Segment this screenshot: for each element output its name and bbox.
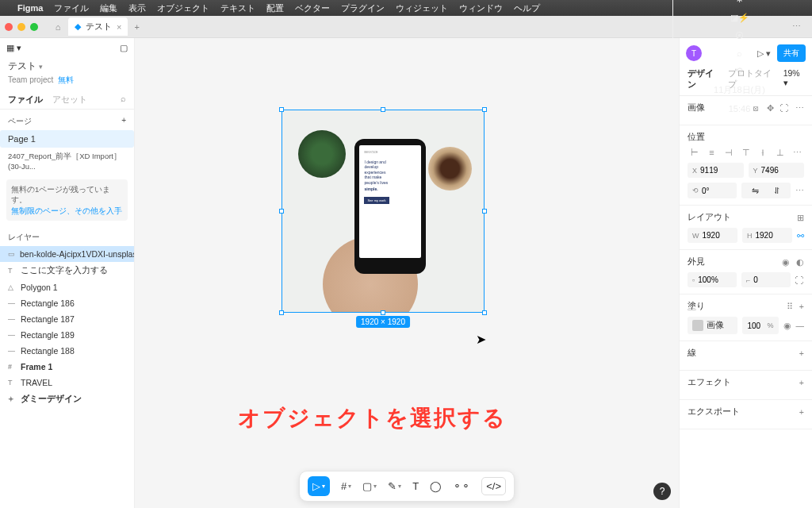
canvas[interactable]: BEN KOLDE I design and develop experienc… — [135, 38, 679, 508]
menu-window[interactable]: ウィンドウ — [459, 2, 503, 14]
panel-toggle-icon[interactable]: ▢ — [120, 43, 128, 53]
more-position-icon[interactable]: ⋯ — [795, 186, 804, 195]
file-tab[interactable]: ◆ テスト × — [68, 17, 128, 36]
fill-swatch[interactable] — [692, 320, 703, 331]
layer-item[interactable]: #Frame 1 — [0, 359, 134, 375]
more-icon[interactable]: ⋯ — [795, 103, 804, 113]
comment-tool[interactable]: ◯ — [430, 480, 442, 492]
zoom-level[interactable]: 19% ▾ — [783, 68, 804, 95]
layers-header: レイヤー — [8, 232, 40, 243]
file-tab-left[interactable]: ファイル — [8, 94, 43, 106]
pen-tool[interactable]: ✎▾ — [388, 480, 401, 492]
present-icon[interactable]: ▷ ▾ — [757, 48, 771, 58]
file-title[interactable]: テスト ▾ — [0, 58, 134, 75]
opacity-field[interactable]: ▫ — [688, 272, 737, 287]
home-tab[interactable]: ⌂ — [48, 22, 68, 32]
style-icon[interactable]: ⠿ — [787, 302, 793, 311]
menu-object[interactable]: オブジェクト — [157, 2, 209, 14]
page-item[interactable]: 2407_Report_前半［XD Import］(30-Ju... — [0, 148, 134, 175]
menu-text[interactable]: テキスト — [220, 2, 255, 14]
menu-file[interactable]: ファイル — [54, 2, 89, 14]
rotation-field[interactable]: ⟲ — [688, 183, 737, 198]
add-page-icon[interactable]: + — [121, 116, 126, 127]
prototype-tab[interactable]: プロトタイプ — [728, 68, 774, 95]
menu-help[interactable]: ヘルプ — [514, 2, 540, 14]
selected-image[interactable]: BEN KOLDE I design and develop experienc… — [282, 110, 484, 312]
add-stroke-icon[interactable]: + — [799, 348, 804, 358]
selection-box[interactable]: BEN KOLDE I design and develop experienc… — [282, 110, 485, 313]
menu-arrange[interactable]: 配置 — [266, 2, 284, 14]
width-field[interactable]: W — [688, 228, 737, 243]
align-vcenter-icon[interactable]: ⫲ — [756, 148, 770, 158]
new-tab-button[interactable]: + — [134, 22, 139, 32]
text-tool[interactable]: T — [412, 480, 419, 492]
blend-icon[interactable]: ◐ — [796, 257, 804, 267]
layer-item[interactable]: —Rectangle 189 — [0, 327, 134, 343]
bluetooth-tray-icon[interactable]: ∗ — [736, 0, 743, 5]
add-export-icon[interactable]: + — [799, 407, 804, 417]
fit-icon[interactable]: ⛶ — [780, 103, 789, 113]
align-more-icon[interactable]: ⋯ — [790, 148, 804, 158]
link-dims-icon[interactable]: ⚯ — [797, 231, 804, 241]
menu-vector[interactable]: ベクター — [295, 2, 330, 14]
radius-field[interactable]: ⌐ — [741, 272, 791, 287]
corners-icon[interactable]: ⛶ — [795, 275, 804, 285]
x-field[interactable]: X — [688, 163, 744, 178]
layer-item[interactable]: Tここに文字を入力する — [0, 262, 134, 279]
layer-item[interactable]: —Rectangle 187 — [0, 311, 134, 327]
layer-label: Rectangle 187 — [21, 314, 75, 324]
layer-item[interactable]: —Rectangle 188 — [0, 343, 134, 359]
align-left-icon[interactable]: ⊢ — [688, 148, 702, 158]
add-effect-icon[interactable]: + — [799, 378, 804, 387]
avatar[interactable]: T — [686, 45, 702, 61]
remove-fill-icon[interactable]: — — [796, 321, 805, 330]
visibility-icon[interactable]: ◉ — [782, 257, 790, 267]
move-tool[interactable]: ▷▾ — [308, 476, 330, 496]
crop-icon[interactable]: ⦻ — [752, 103, 760, 113]
align-top-icon[interactable]: ⊤ — [739, 148, 753, 158]
layer-item[interactable]: TTRAVEL — [0, 375, 134, 391]
window-controls[interactable] — [5, 23, 38, 31]
page-item[interactable]: Page 1 — [0, 130, 134, 148]
fill-type[interactable]: 画像 — [688, 317, 737, 334]
tabbar-overflow-icon[interactable]: ⋯ — [786, 21, 807, 32]
menu-view[interactable]: 表示 — [128, 2, 146, 14]
team-label[interactable]: Team project 無料 — [0, 75, 134, 90]
help-button[interactable]: ? — [653, 483, 671, 500]
menu-edit[interactable]: 編集 — [100, 2, 117, 14]
left-panel: ▦ ▾ ▢ テスト ▾ Team project 無料 ファイル アセット ⌕ … — [0, 38, 135, 508]
menu-plugin[interactable]: プラグイン — [341, 2, 385, 14]
add-fill-icon[interactable]: + — [799, 302, 804, 311]
dev-mode-tool[interactable]: </> — [481, 477, 506, 495]
fill-visibility-icon[interactable]: ◉ — [783, 321, 791, 330]
asset-tab-left[interactable]: アセット — [52, 94, 87, 106]
flip-field[interactable]: ⇋⥯ — [741, 183, 791, 198]
layer-type-icon: — — [8, 331, 16, 339]
layer-type-icon: — — [8, 299, 16, 307]
layer-item[interactable]: ▭ben-kolde-Ajcipx1VDXI-unsplash 1 — [0, 246, 134, 262]
align-right-icon[interactable]: ⊣ — [722, 148, 736, 158]
layer-item[interactable]: —Rectangle 186 — [0, 295, 134, 311]
position-section-header: 位置 — [688, 132, 705, 143]
target-icon[interactable]: ✥ — [767, 103, 774, 113]
y-field[interactable]: Y — [749, 163, 805, 178]
layer-item[interactable]: △Polygon 1 — [0, 279, 134, 295]
frame-tool[interactable]: #▾ — [341, 480, 351, 492]
search-icon[interactable]: ⌕ — [121, 94, 126, 106]
align-hcenter-icon[interactable]: ≡ — [705, 148, 719, 158]
align-bottom-icon[interactable]: ⊥ — [773, 148, 787, 158]
app-name[interactable]: Figma — [17, 3, 43, 13]
close-tab-icon[interactable]: × — [117, 22, 121, 32]
autolayout-icon[interactable]: ⊞ — [797, 213, 804, 222]
actions-tool[interactable]: ⚬⚬ — [453, 480, 470, 492]
menu-widget[interactable]: ウィジェット — [396, 2, 448, 14]
layer-item[interactable]: ✦ダミーデザイン — [0, 391, 134, 408]
battery-tray-icon[interactable]: ◪⚡ — [730, 13, 749, 23]
main-menu-icon[interactable]: ▦ ▾ — [6, 43, 21, 53]
fill-opacity[interactable]: % — [742, 317, 778, 334]
upgrade-link[interactable]: 無制限のページ、その他を入手 — [11, 206, 122, 215]
design-tab[interactable]: デザイン — [688, 68, 718, 95]
height-field[interactable]: H — [742, 228, 792, 243]
shape-tool[interactable]: ▢▾ — [362, 480, 377, 492]
share-button[interactable]: 共有 — [777, 44, 806, 62]
